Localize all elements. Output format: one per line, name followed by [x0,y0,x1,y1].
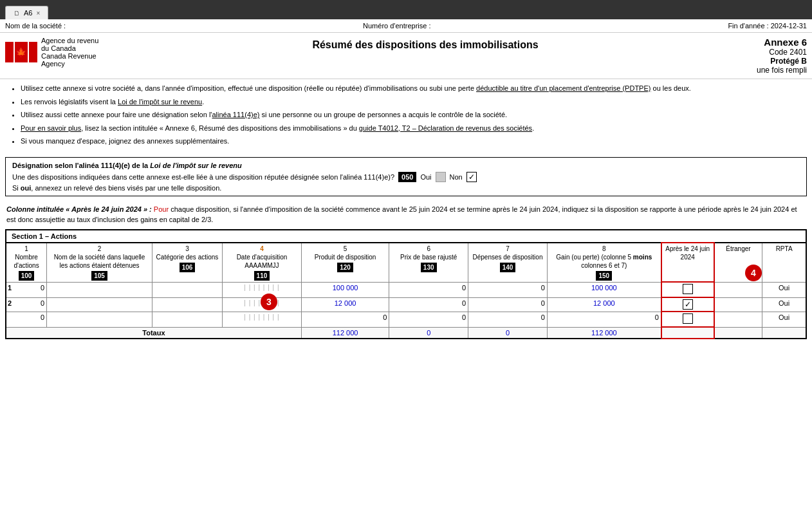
tab-a6[interactable]: 🗋 A6 × [5,6,48,19]
col-header-8: 8 Gain (ou perte) (colonne 5 moins colon… [547,243,661,283]
row1-col5: 100 000 [301,282,389,297]
col-header-4: 4 Date d'acquisition AAAAMMJJ 110 [223,243,302,283]
instructions-list: Utilisez cette annexe si votre société a… [8,83,804,147]
row1-col3 [152,282,222,297]
annexe-code: Code 2401 [704,48,807,57]
header-meta: Nom de la société : Numéro d'entreprise … [0,19,812,33]
tab-close-button[interactable]: × [36,10,40,17]
row3-col8: 0 [547,312,661,327]
col-header-5: 5 Produit de disposition 120 [301,243,389,283]
badge-150: 150 [596,271,612,281]
instruction-3: Utilisez aussi cette annexe pour faire u… [21,109,804,121]
totaux-label: Totaux [6,327,301,339]
flag-left [5,42,14,62]
logo-text: Agence du revenu du Canada Canada Revenu… [41,37,98,68]
designation-question: Une des dispositions indiquées dans cett… [12,173,394,181]
row3-apres-checkbox[interactable] [683,313,693,324]
designation-box: Désignation selon l'alinéa 111(4)(e) de … [5,157,807,196]
col-header-6: 6 Prix de base rajusté 130 [389,243,468,283]
annexe-note: une fois rempli [704,66,807,75]
row3-apres [661,312,714,327]
guide-link: guide T4012, T2 – Déclaration de revenus… [359,124,532,132]
capital-note: Colonne intitulée « Après le 24 juin 202… [0,200,812,229]
row3-col3 [152,312,222,327]
non-label: Non [450,173,463,181]
field-050: 050 [398,172,416,182]
row2-apres-checkbox[interactable] [683,299,693,310]
row2-col3 [152,297,222,312]
capital-note-title: Colonne intitulée « Après le 24 juin 202… [6,205,152,213]
tab-label: A6 [24,9,32,17]
col-header-2: 2 Nom de la société dans laquelle les ac… [47,243,152,283]
row1-etranger [714,282,762,297]
row1-col8: 100 000 [547,282,661,297]
totaux-col8: 112 000 [547,327,661,339]
row3-col4: | | | | | | | | [223,312,302,327]
row2-apres [661,297,714,312]
designation-subnote: Si oui, annexez un relevé des biens visé… [12,184,800,192]
table-header-row: 1 Nombre d'actions 100 2 Nom de la socié… [6,243,806,283]
oui-checkbox[interactable] [436,172,446,182]
non-checkbox[interactable] [466,172,477,182]
badge-120: 120 [337,263,353,272]
instruction-1: Utilisez cette annexe si votre société a… [21,83,804,95]
agency-fr: Agence du revenu [41,37,98,44]
oui-label: Oui [420,173,431,181]
row2-col7: 0 [468,297,548,312]
instruction-5: Si vous manquez d'espace, joignez des an… [21,136,804,147]
fin-annee-value: 2024-12-31 [771,22,807,30]
row3-col6: 0 [389,312,468,327]
designation-question-row: Une des dispositions indiquées dans cett… [12,172,800,182]
logo-area: 🍁 Agence du revenu du Canada Canada Reve… [5,37,147,68]
row1-label-cell: 1 0 [6,282,47,297]
pdtpe-link: déductible au titre d'un placement d'ent… [476,84,651,92]
law-name: Loi de l'impôt sur le revenu [150,162,242,169]
agency-fr2: du Canada [41,44,98,52]
nom-societe-label: Nom de la société : [5,22,66,30]
savoir-link: Pour en savoir plus [21,124,81,132]
row2-col2 [47,297,152,312]
totaux-etranger [714,327,762,339]
alinea-link: alinéa 111(4)e) [212,111,259,118]
section1-table: 1 Nombre d'actions 100 2 Nom de la socié… [5,242,807,339]
col-header-apres: Après le 24 juin 2024 [661,243,714,283]
form-title: Résumé des dispositions des immobilisati… [147,37,704,51]
form-header: 🍁 Agence du revenu du Canada Canada Reve… [0,33,812,79]
fin-annee-label: Fin d'année : [728,22,768,30]
row1-col6: 0 [389,282,468,297]
form-annexe: Annexe 6 Code 2401 Protégé B une fois re… [704,37,807,75]
loi-link: Loi de l'impôt sur le revenu [118,98,202,106]
col-header-rpta: RPTA [762,243,806,283]
totaux-row: Totaux 112 000 0 0 112 000 [6,327,806,339]
row1-apres-checkbox[interactable] [683,284,693,294]
tab-bar: 🗋 A6 × [0,0,812,19]
row3-col2 [47,312,152,327]
agency-en2: Agency [41,60,98,68]
section1-title: Section 1 – Actions [12,232,77,240]
row2-label-cell: 2 0 [6,297,47,312]
badge-100: 100 [19,271,35,281]
row2-rpta: Oui [762,297,806,312]
annexe-title: Annexe 6 [704,37,807,48]
row1-col7: 0 [468,282,548,297]
row3-rpta: Oui [762,312,806,327]
instruction-4: Pour en savoir plus, lisez la section in… [21,123,804,135]
row2-col6: 0 [389,297,468,312]
canada-logo: 🍁 [5,39,37,65]
flag-right [29,42,37,62]
row2-col5: 12 000 [301,297,389,312]
totaux-col6: 0 [389,327,468,339]
badge-130: 130 [421,263,437,272]
maple-leaf: 🍁 [15,42,28,62]
capital-note-pour: Pour [154,205,169,213]
document-icon: 🗋 [14,10,20,17]
table-row: 2 0 | | | | | | | | 12 000 0 0 12 000 Ou… [6,297,806,312]
row3-col7: 0 [468,312,548,327]
section1-table-wrapper: 3 4 1 Nombre d'actions 100 2 Nom de la s… [0,242,812,339]
section1-title-bar: Section 1 – Actions [5,229,807,242]
col-header-7: 7 Dépenses de disposition 140 [468,243,548,283]
instructions: Utilisez cette annexe si votre société a… [0,79,812,153]
designation-title: Désignation selon l'alinéa 111(4)(e) de … [12,162,800,169]
row1-col2 [47,282,152,297]
row1-rpta: Oui [762,282,806,297]
